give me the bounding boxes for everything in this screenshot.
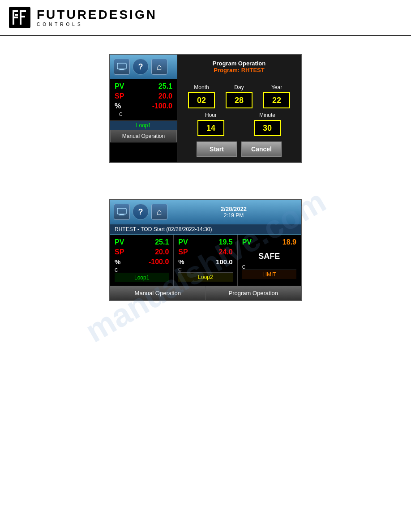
hour-label: Hour (205, 112, 217, 118)
screen1: ? ⌂ Program Operation Program: RHTEST PV… (109, 54, 302, 163)
loop-data: PV 25.1 SP 20.0 % -100.0 C (110, 79, 177, 120)
screen1-body: PV 25.1 SP 20.0 % -100.0 C Loop1 Manual … (110, 79, 301, 162)
futuredesign-logo-icon (9, 7, 30, 28)
screen2-date: 2/28/2022 (170, 206, 297, 212)
loop2-pct-label: % (178, 258, 184, 266)
pct-label: % (115, 102, 121, 110)
loop1-unit: C (115, 268, 169, 273)
datetime-form: Month 02 Day 28 Year 22 Hour 14 (177, 79, 301, 162)
loop2-unit: C (178, 267, 232, 272)
minute-group: Minute 30 (254, 112, 281, 136)
loop3-col: PV 18.9 SAFE C LIMIT (238, 235, 301, 286)
logo-text-block: FUTUREDESIGN CONTROLS (37, 9, 157, 27)
year-field[interactable]: 22 (263, 92, 290, 108)
year-label: Year (271, 84, 282, 90)
screen2-datetime: 2/28/2022 2:19 PM (170, 206, 297, 219)
sp-value: 20.0 (158, 92, 172, 100)
loop2-pv-label: PV (178, 238, 188, 246)
loop3-name: LIMIT (242, 270, 296, 279)
svg-rect-5 (117, 208, 126, 214)
minute-field[interactable]: 30 (254, 120, 281, 136)
loop2-sp-label: SP (178, 248, 188, 256)
loop2-sp-row: SP 24.0 (178, 248, 232, 256)
screen2-time: 2:19 PM (170, 212, 297, 219)
loop1-pv-value: 25.1 (155, 238, 169, 246)
loop1-name: Loop1 (115, 273, 169, 282)
loop2-name: Loop2 (178, 272, 232, 282)
nav-bar: ? ⌂ (110, 55, 177, 79)
year-group: Year 22 (263, 84, 290, 108)
loop1-pct-label: % (115, 258, 120, 266)
loop3-pv-value: 18.9 (283, 238, 296, 246)
sp-row: SP 20.0 (115, 92, 172, 100)
logo-sub: CONTROLS (37, 22, 157, 27)
loop3-unit: C (242, 265, 296, 270)
month-group: Month 02 (188, 84, 215, 108)
loop2-pv-value: 19.5 (219, 238, 233, 246)
safe-row: SAFE (242, 248, 296, 265)
help-button[interactable]: ? (133, 59, 149, 75)
loop1-sp-value: 20.0 (155, 248, 169, 256)
cancel-button[interactable]: Cancel (241, 142, 282, 157)
screens-container: ? ⌂ Program Operation Program: RHTEST PV… (0, 36, 411, 301)
pct-value: -100.0 (152, 102, 172, 110)
help-button-2[interactable]: ? (133, 204, 149, 220)
minute-label: Minute (259, 112, 275, 118)
loop1-col: PV 25.1 SP 20.0 % -100.0 C Loop1 (110, 235, 174, 286)
day-field[interactable]: 28 (226, 92, 253, 108)
loop-panel: PV 25.1 SP 20.0 % -100.0 C Loop1 Manual … (110, 79, 177, 162)
loop2-pct-value: 100.0 (216, 258, 233, 266)
date-row1: Month 02 Day 28 Year 22 (183, 84, 295, 108)
svg-rect-1 (15, 14, 18, 16)
loop1-sp-row: SP 20.0 (115, 248, 169, 256)
screen2: ? ⌂ 2/28/2022 2:19 PM RHTEST - TOD Start… (109, 199, 302, 301)
pct-row: % -100.0 (115, 102, 172, 110)
pv-label: PV (115, 82, 124, 90)
loop1-pv-row: PV 25.1 (115, 238, 169, 246)
svg-rect-2 (117, 63, 126, 69)
sp-label: SP (115, 92, 124, 100)
loops-container: PV 25.1 SP 20.0 % -100.0 C Loop1 PV 19 (110, 235, 301, 286)
monitor-icon (117, 63, 127, 71)
loop-name-bar: Loop1 (110, 120, 177, 130)
logo-name: FUTUREDESIGN (37, 9, 157, 21)
pv-value: 25.1 (158, 82, 172, 90)
day-label: Day (234, 84, 244, 90)
loop1-pv-label: PV (115, 238, 124, 246)
hour-group: Hour 14 (197, 112, 224, 136)
loop1-pct-value: -100.0 (149, 258, 169, 266)
bottom-buttons: Manual Operation Program Operation (110, 286, 301, 300)
loop1-sp-label: SP (115, 248, 124, 256)
day-group: Day 28 (226, 84, 253, 108)
loop2-sp-value: 24.0 (219, 248, 233, 256)
month-field[interactable]: 02 (188, 92, 215, 108)
loop2-col: PV 19.5 SP 24.0 % 100.0 C Loop2 (174, 235, 237, 286)
manual-op-button[interactable]: Manual Operation (110, 286, 206, 300)
manual-op-bar[interactable]: Manual Operation (110, 130, 177, 142)
date-row2: Hour 14 Minute 30 (183, 112, 295, 136)
safe-label: SAFE (258, 252, 280, 261)
program-op-title: Program Operation (213, 60, 265, 67)
screen2-header: ? ⌂ 2/28/2022 2:19 PM (110, 200, 301, 224)
monitor-icon-2 (117, 208, 127, 216)
loop2-pct-row: % 100.0 (178, 258, 232, 266)
loop1-pct-row: % -100.0 (115, 258, 169, 266)
pv-row: PV 25.1 (115, 82, 172, 90)
loop-unit: C (115, 112, 172, 117)
start-button[interactable]: Start (197, 142, 237, 157)
loop3-pv-label: PV (242, 238, 252, 246)
loop3-pv-row: PV 18.9 (242, 238, 296, 246)
header: FUTUREDESIGN CONTROLS (0, 0, 411, 36)
monitor-button-2[interactable] (114, 204, 130, 220)
screen1-top: ? ⌂ Program Operation Program: RHTEST (110, 55, 301, 79)
hour-field[interactable]: 14 (197, 120, 224, 136)
loop2-pv-row: PV 19.5 (178, 238, 232, 246)
program-name: Program: RHTEST (214, 67, 264, 73)
status-bar: RHTEST - TOD Start (02/28/2022-14:30) (110, 224, 301, 235)
month-label: Month (194, 84, 209, 90)
monitor-button[interactable] (114, 59, 130, 75)
dt-buttons: Start Cancel (183, 142, 295, 157)
home-button-2[interactable]: ⌂ (151, 204, 167, 220)
program-op-button[interactable]: Program Operation (206, 286, 301, 300)
home-button[interactable]: ⌂ (151, 59, 167, 75)
